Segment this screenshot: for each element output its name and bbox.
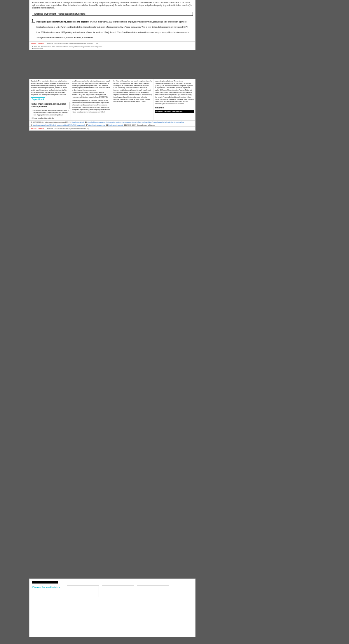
bot-tab-2 (67, 585, 99, 597)
mid-col-2: smallholder market: As with input/equipm… (71, 79, 112, 120)
bot-black-bar (32, 581, 193, 584)
top-footer: MERCY CORPS Burkina Faso Maize Market Sy… (29, 41, 195, 45)
capacities-heading: Capacities & (31, 97, 69, 101)
top-intro-text: are focused on their core markets of ser… (29, 0, 195, 11)
bot-tab-row: Finance for smallholders (32, 585, 193, 597)
black-bar (32, 581, 58, 584)
sme-subheading: SMEs - Input suppliers, buyers, digital … (31, 102, 69, 109)
top-document-section: are focused on their core markets of ser… (29, 0, 196, 50)
mid-col-4: supporting the piloting of "Innovation, … (154, 79, 195, 120)
divider-band-2 (0, 561, 349, 579)
mid-footer: MERCY CORPS Burkina Faso Maize Market Sy… (29, 127, 195, 130)
top-list-item-1: Inadequate public sector funding, resour… (36, 18, 192, 39)
mid-multi-col: Bassins). This constraint affects not on… (29, 79, 195, 120)
top-numbered-list: Inadequate public sector funding, resour… (29, 17, 195, 41)
mid-footnotes: 93 MAAH (2021), Annuaire des statistique… (29, 120, 195, 127)
bot-tab-4 (137, 585, 169, 597)
divider-band-1 (0, 61, 349, 79)
mid-document-section: Bassins). This constraint affects not on… (29, 79, 196, 131)
mid-col-1: Bassins). This constraint affects not on… (29, 79, 71, 120)
finance-tab-label: Finance for smallholders (32, 585, 64, 589)
bot-tab-3 (102, 585, 134, 597)
finance-heading-block: Finance BUILDING BRIDGES TO FINANCIAL (155, 106, 194, 113)
mid-col-3: by Yelen). Orange has launched m-agri se… (112, 79, 154, 120)
bot-document-section: Finance for smallholders (29, 579, 196, 637)
enabling-environment-heading: Enabling environment - related supportin… (32, 12, 193, 16)
finance-tab-first: Finance for smallholders (32, 585, 64, 589)
top-footnotes: 91 Note this did not include other exten… (29, 45, 195, 50)
